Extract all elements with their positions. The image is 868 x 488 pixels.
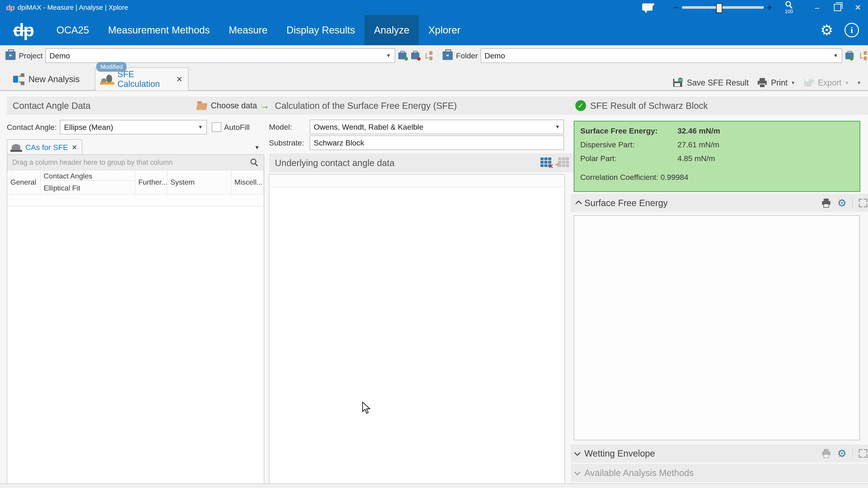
chevron-down-icon [574, 469, 581, 475]
zoom-out-button[interactable]: − [673, 2, 679, 13]
nav-item-display-results[interactable]: Display Results [277, 15, 364, 45]
zoom-in-button[interactable]: + [767, 2, 772, 13]
ca-tabs: CAs for SFE ✕ ▼ [7, 139, 264, 155]
folder-tree-icon[interactable] [858, 51, 868, 61]
settings-gear-icon[interactable]: ⚙ [820, 22, 833, 38]
mouse-cursor [362, 402, 372, 414]
sfe-label: Surface Free Energy: [580, 126, 677, 135]
underlying-data-table: ❘◀◀ ◀◀ ◀ Result 0 of 3 ▶ ▶▶ ▶▶❘ [269, 174, 565, 488]
chart-print-icon[interactable] [821, 198, 831, 208]
close-button[interactable]: ✕ [848, 0, 868, 15]
sfe-result-header: ✓ SFE Result of Schwarz Block [571, 96, 868, 115]
model-combobox[interactable]: Owens, Wendt, Rabel & Kaelble▼ [310, 120, 564, 134]
dispersive-label: Dispersive Part: [580, 140, 677, 149]
wetting-fullscreen-icon[interactable] [859, 449, 867, 458]
insert-liquid-icon[interactable]: ◀ [558, 157, 570, 168]
contact-angle-data-header: Contact Angle Data Choose data → [7, 96, 275, 115]
tab-new-analysis-label: New Analysis [29, 75, 80, 84]
add-project-icon[interactable] [398, 51, 408, 61]
group-further[interactable]: Further... [135, 170, 167, 194]
delete-project-icon[interactable] [411, 51, 421, 61]
contact-angle-drop-icon [10, 143, 22, 152]
zoom-level[interactable]: 100 [784, 0, 794, 15]
surface-free-energy-title: Surface Free Energy [584, 198, 668, 208]
group-elliptical-fit-label[interactable]: Elliptical Fit [40, 184, 135, 192]
group-by-bar[interactable]: Drag a column header here to group by th… [7, 155, 264, 170]
remove-liquid-icon[interactable]: ✕ [540, 157, 552, 168]
print-button[interactable]: Print ▼ [756, 77, 796, 88]
group-system[interactable]: System [167, 170, 231, 194]
tab-cas-for-sfe[interactable]: CAs for SFE ✕ [7, 139, 82, 155]
new-analysis-icon [13, 73, 25, 85]
project-combobox[interactable]: Demo▼ [45, 49, 395, 63]
tab-close-icon[interactable]: ✕ [176, 75, 183, 84]
wetting-envelope-section[interactable]: Wetting Envelope ⚙ [571, 444, 868, 462]
chart-fullscreen-icon[interactable] [859, 199, 867, 207]
group-by-hint: Drag a column header here to group by th… [12, 159, 173, 167]
sfe-result-title: SFE Result of Schwarz Block [590, 101, 708, 111]
project-value: Demo [50, 51, 70, 60]
open-folder-icon [197, 102, 208, 110]
chevron-up-icon [576, 200, 582, 207]
nav-item-oca25[interactable]: OCA25 [47, 15, 98, 45]
zoom-slider-thumb[interactable] [716, 3, 722, 13]
project-tree-icon[interactable] [424, 51, 434, 61]
sfe-calculation-header: Calculation of the Surface Free Energy (… [269, 96, 576, 115]
restore-button[interactable] [827, 0, 848, 15]
search-icon[interactable] [249, 158, 259, 167]
folder-label: Folder [456, 51, 477, 60]
toolbar-overflow-icon[interactable]: ▼ [857, 80, 861, 86]
tab-list-dropdown-icon[interactable]: ▼ [254, 144, 260, 151]
dp-logo: dp [13, 20, 33, 40]
print-dropdown-icon[interactable]: ▼ [791, 80, 796, 86]
export-label: Export [818, 78, 841, 88]
available-methods-section[interactable]: Available Analysis Methods [571, 464, 868, 482]
column-group-header[interactable]: General Contact Angles Elliptical Fit Fu… [7, 170, 264, 194]
folder-combobox[interactable]: Demo▼ [480, 49, 842, 63]
autofill-checkbox[interactable] [212, 122, 221, 132]
contact-angle-table: Drag a column header here to group by th… [7, 154, 264, 488]
wetting-settings-icon[interactable]: ⚙ [837, 447, 846, 459]
window-title: dpiMAX - Measure | Analyse | Xplore [18, 4, 128, 11]
column-header-row[interactable] [7, 194, 264, 206]
sfe-calculation-title: Calculation of the Surface Free Energy (… [275, 101, 457, 111]
info-icon[interactable]: i [844, 23, 859, 37]
folder-sync-icon[interactable] [845, 51, 855, 61]
zoom-slider[interactable] [682, 6, 764, 9]
liquid-column-headers[interactable] [270, 175, 564, 187]
substrate-input[interactable]: Schwarz Block [310, 136, 564, 150]
wetting-print-icon[interactable] [821, 448, 831, 459]
substrate-value: Schwarz Block [314, 139, 364, 147]
surface-free-energy-section[interactable]: Surface Free Energy ⚙ [571, 194, 868, 212]
sfe-result-box: Surface Free Energy:32.46 mN/m Dispersiv… [574, 121, 860, 192]
contact-angle-combobox[interactable]: Ellipse (Mean)▼ [60, 120, 207, 134]
nav-item-analyze[interactable]: Analyze [364, 15, 419, 45]
tab-sfe-calculation[interactable]: Modified SFE Calculation ✕ [95, 67, 188, 90]
app-logo-icon: dp [6, 3, 14, 12]
group-misc[interactable]: Miscell... [231, 170, 264, 194]
nav-item-measure[interactable]: Measure [219, 15, 277, 45]
contact-angle-label: Contact Angle: [7, 123, 57, 132]
print-icon [756, 77, 768, 88]
nav-item-xplorer[interactable]: Xplorer [419, 15, 470, 45]
folder-icon [442, 51, 453, 60]
save-sfe-result-label: Save SFE Result [687, 78, 749, 88]
feedback-icon[interactable]: ✦ [642, 2, 654, 12]
nav-item-measurement-methods[interactable]: Measurement Methods [98, 15, 219, 45]
print-label: Print [771, 78, 788, 88]
chart-settings-icon[interactable]: ⚙ [837, 197, 846, 209]
tab-new-analysis[interactable]: New Analysis [9, 68, 95, 90]
save-sfe-result-button[interactable]: Save SFE Result [672, 77, 749, 89]
underlying-data-header: Underlying contact angle data ✕ ◀ [269, 153, 576, 172]
group-contact-angles[interactable]: Contact Angles Elliptical Fit [40, 170, 135, 194]
available-methods-title: Available Analysis Methods [584, 468, 694, 478]
group-contact-angles-label[interactable]: Contact Angles [40, 172, 135, 180]
magnifier-icon [784, 0, 794, 9]
cas-tab-close-icon[interactable]: ✕ [72, 143, 77, 151]
choose-data-button[interactable]: Choose data → [197, 101, 269, 111]
zoom-percent: 100 [785, 8, 793, 15]
group-general[interactable]: General [7, 170, 40, 194]
export-button[interactable]: Export ▼ [803, 77, 849, 89]
minimize-button[interactable]: – [807, 0, 827, 15]
model-value: Owens, Wendt, Rabel & Kaelble [314, 123, 423, 132]
